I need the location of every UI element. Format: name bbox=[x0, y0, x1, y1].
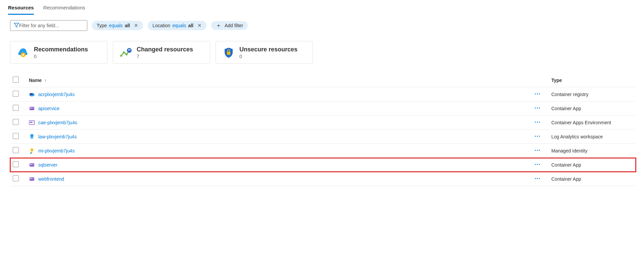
row-checkbox[interactable] bbox=[13, 91, 19, 97]
card-unsecure-resources[interactable]: Unsecure resources 0 bbox=[216, 41, 313, 64]
svg-point-3 bbox=[123, 51, 125, 53]
card-count: 0 bbox=[34, 54, 88, 59]
container-app-icon bbox=[29, 105, 35, 112]
resource-name-link[interactable]: webfrontend bbox=[38, 176, 64, 182]
row-checkbox[interactable] bbox=[13, 105, 19, 111]
table-row[interactable]: acrplxvjemb7ju4s···Container registry bbox=[10, 87, 636, 101]
table-row[interactable]: cae-plxvjemb7ju4s···Container Apps Envir… bbox=[10, 116, 636, 130]
table-header-row: Name ↑ Type bbox=[10, 73, 636, 87]
table-row[interactable]: apiservice···Container App bbox=[10, 101, 636, 116]
table-row[interactable]: mi-plxvjemb7ju4s···Managed Identity bbox=[10, 144, 636, 158]
pill-value: all bbox=[188, 23, 193, 28]
pill-label: Location bbox=[152, 23, 170, 28]
card-text: Recommendations 0 bbox=[34, 46, 88, 59]
resource-type: Container Apps Environment bbox=[549, 116, 636, 130]
resource-type: Log Analytics workspace bbox=[549, 130, 636, 144]
more-actions-icon[interactable]: ··· bbox=[535, 91, 541, 97]
pill-label: Type bbox=[97, 23, 107, 28]
header-actions bbox=[532, 73, 549, 87]
more-actions-icon[interactable]: ··· bbox=[535, 147, 541, 154]
svg-point-1 bbox=[22, 54, 24, 56]
resource-type: Container registry bbox=[549, 87, 636, 101]
tab-recommendations[interactable]: Recommendations bbox=[43, 3, 85, 15]
filter-pill-type[interactable]: Type equals all ✕ bbox=[92, 21, 143, 30]
table-row[interactable]: webfrontend···Container App bbox=[10, 172, 636, 186]
card-title: Unsecure resources bbox=[239, 46, 297, 53]
tabs-container: Resources Recommendations bbox=[0, 3, 644, 15]
more-actions-icon[interactable]: ··· bbox=[535, 175, 541, 182]
card-title: Changed resources bbox=[137, 46, 193, 53]
more-actions-icon[interactable]: ··· bbox=[535, 119, 541, 126]
container-env-icon bbox=[29, 120, 35, 126]
resources-table: Name ↑ Type acrplxvjemb7ju4s···Container… bbox=[10, 73, 636, 186]
header-type[interactable]: Type bbox=[549, 73, 636, 87]
card-changed-resources[interactable]: Changed resources 7 bbox=[113, 41, 210, 64]
close-icon[interactable]: ✕ bbox=[197, 23, 202, 29]
header-name-label: Name bbox=[29, 78, 42, 83]
svg-point-5 bbox=[127, 48, 132, 53]
card-recommendations[interactable]: Recommendations 0 bbox=[10, 41, 107, 64]
add-filter-label: Add filter bbox=[225, 23, 243, 28]
more-actions-icon[interactable]: ··· bbox=[535, 133, 541, 140]
tab-resources[interactable]: Resources bbox=[8, 3, 34, 15]
container-app-icon bbox=[29, 176, 35, 182]
card-count: 7 bbox=[137, 54, 193, 59]
header-name[interactable]: Name ↑ bbox=[26, 73, 532, 87]
resource-name-link[interactable]: law-plxvjemb7ju4s bbox=[38, 134, 77, 139]
recommendations-icon bbox=[17, 46, 29, 58]
filter-row: Type equals all ✕ Location equals all ✕ … bbox=[0, 15, 644, 31]
filter-input[interactable] bbox=[19, 23, 84, 28]
log-analytics-icon bbox=[29, 134, 35, 140]
svg-point-4 bbox=[126, 53, 128, 55]
resource-name-link[interactable]: apiservice bbox=[38, 106, 59, 111]
row-checkbox[interactable] bbox=[13, 133, 19, 139]
resource-type: Managed Identity bbox=[549, 144, 636, 158]
more-actions-icon[interactable]: ··· bbox=[535, 105, 541, 112]
row-checkbox[interactable] bbox=[13, 175, 19, 181]
filter-pill-location[interactable]: Location equals all ✕ bbox=[148, 21, 206, 30]
card-text: Changed resources 7 bbox=[137, 46, 193, 59]
more-actions-icon[interactable]: ··· bbox=[535, 161, 541, 168]
card-text: Unsecure resources 0 bbox=[239, 46, 297, 59]
table-row[interactable]: law-plxvjemb7ju4s···Log Analytics worksp… bbox=[10, 130, 636, 144]
checkbox-icon[interactable] bbox=[13, 77, 19, 83]
card-title: Recommendations bbox=[34, 46, 88, 53]
table-row[interactable]: sqlserver···Container App bbox=[10, 158, 636, 172]
plus-icon: ＋ bbox=[216, 23, 221, 28]
resources-table-wrap: Name ↑ Type acrplxvjemb7ju4s···Container… bbox=[0, 64, 644, 186]
resource-type: Container App bbox=[549, 172, 636, 186]
pill-value: all bbox=[125, 23, 130, 28]
row-checkbox[interactable] bbox=[13, 119, 19, 125]
resource-name-link[interactable]: sqlserver bbox=[38, 162, 57, 168]
pill-operator: equals bbox=[172, 23, 186, 28]
resource-name-link[interactable]: mi-plxvjemb7ju4s bbox=[38, 148, 75, 153]
svg-point-2 bbox=[120, 55, 122, 57]
header-checkbox[interactable] bbox=[10, 73, 26, 87]
add-filter-button[interactable]: ＋ Add filter bbox=[211, 21, 248, 30]
shield-icon bbox=[223, 46, 235, 58]
changed-icon bbox=[120, 46, 132, 58]
resource-name-link[interactable]: acrplxvjemb7ju4s bbox=[38, 92, 75, 97]
filter-input-wrap[interactable] bbox=[10, 20, 87, 31]
resource-type: Container App bbox=[549, 158, 636, 172]
row-checkbox[interactable] bbox=[13, 147, 19, 153]
resource-type: Container App bbox=[549, 101, 636, 116]
summary-cards: Recommendations 0 Changed resources 7 bbox=[0, 31, 644, 64]
card-count: 0 bbox=[239, 54, 297, 59]
managed-identity-icon bbox=[29, 148, 35, 154]
pill-operator: equals bbox=[109, 23, 123, 28]
row-checkbox[interactable] bbox=[13, 161, 19, 167]
svg-rect-6 bbox=[227, 52, 230, 55]
container-app-icon bbox=[29, 162, 35, 168]
close-icon[interactable]: ✕ bbox=[134, 23, 138, 29]
resource-name-link[interactable]: cae-plxvjemb7ju4s bbox=[38, 120, 77, 125]
container-registry-icon bbox=[29, 91, 35, 97]
filter-icon bbox=[14, 23, 19, 29]
sort-arrow-icon: ↑ bbox=[44, 78, 46, 83]
